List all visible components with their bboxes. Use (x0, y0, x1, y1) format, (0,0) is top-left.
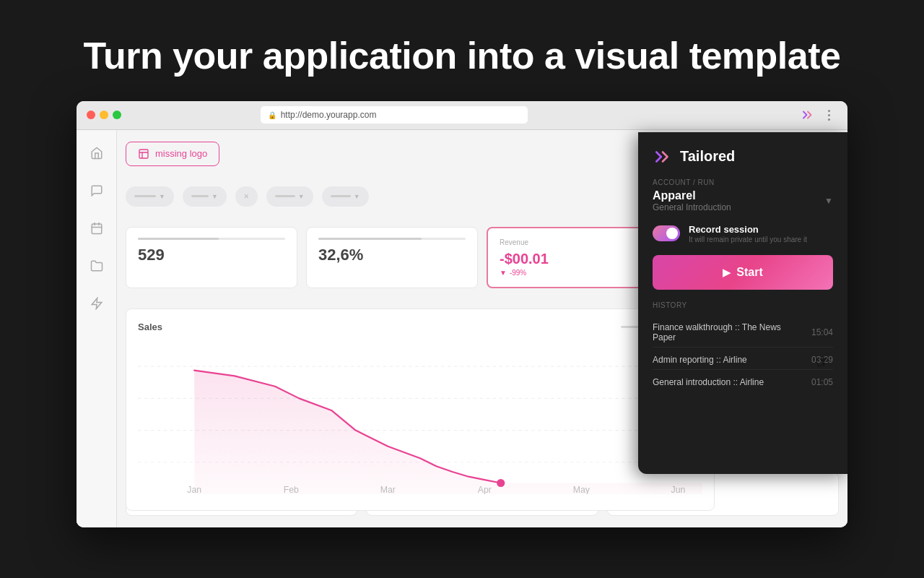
traffic-light-red[interactable] (87, 111, 95, 119)
sidebar-item-calendar[interactable] (85, 217, 108, 240)
history-item-1[interactable]: Finance walkthrough :: The News Paper 15… (653, 318, 833, 348)
record-section: Record session It will remain private un… (653, 224, 833, 243)
account-sub: General Introduction (653, 202, 731, 212)
address-text: http://demo.yourapp.com (281, 110, 377, 120)
traffic-lights (87, 111, 121, 119)
app-sidebar (77, 130, 117, 527)
sidebar-item-home[interactable] (85, 142, 108, 165)
filter-4[interactable]: ▼ (322, 186, 369, 207)
tailored-panel: Tailored ACCOUNT / RUN Apparel General I… (638, 132, 847, 474)
svg-rect-5 (139, 150, 148, 158)
svg-text:Jan: Jan (187, 485, 201, 494)
browser-chrome: 🔒 http://demo.yourapp.com (77, 101, 847, 130)
cursor-hand: ☞ (814, 351, 832, 372)
missing-logo-label: missing logo (155, 148, 207, 159)
filter-close[interactable]: × (235, 186, 258, 207)
history-time-3: 01:05 (811, 377, 833, 387)
account-section: ACCOUNT / RUN Apparel General Introducti… (653, 178, 833, 212)
record-label: Record session (689, 224, 833, 235)
tailored-browser-icon[interactable] (800, 107, 816, 123)
history-item-3[interactable]: General introduction :: Airline 01:05 (653, 373, 833, 392)
browser-actions (800, 107, 837, 123)
svg-text:Mar: Mar (380, 485, 396, 494)
stat-card-revenue: Revenue -$00.01 ▼ -99% (487, 227, 658, 288)
stat-bar-top-2 (318, 238, 466, 240)
sidebar-item-folder[interactable] (85, 254, 108, 277)
browser-window: 🔒 http://demo.yourapp.com (77, 101, 847, 527)
stat-bar-top (138, 238, 285, 240)
sidebar-item-lightning[interactable] (85, 292, 108, 315)
browser-menu-icon[interactable] (821, 107, 837, 123)
stat-value-2: 32,6% (318, 246, 466, 264)
history-section: HISTORY Finance walkthrough :: The News … (653, 301, 833, 392)
play-icon: ▶ (723, 267, 731, 278)
svg-point-11 (497, 479, 505, 487)
svg-text:Feb: Feb (284, 485, 299, 494)
svg-rect-0 (92, 224, 102, 234)
tailored-title: Tailored (680, 148, 735, 165)
history-name-1: Finance walkthrough :: The News Paper (653, 322, 806, 342)
chart-header: Sales 6 Months ▼ (138, 321, 702, 334)
history-time-1: 15:04 (811, 327, 833, 337)
chevron-down-icon: ▼ (824, 196, 833, 206)
traffic-light-yellow[interactable] (100, 111, 108, 119)
record-toggle[interactable] (653, 225, 680, 241)
svg-marker-4 (92, 298, 102, 309)
sales-chart-svg: Jan Feb Mar Apr May Jun (138, 342, 702, 494)
stat-card-2: 32,6% (306, 227, 478, 288)
svg-text:Jun: Jun (671, 485, 686, 494)
lock-icon: 🔒 (268, 111, 276, 119)
account-label: ACCOUNT / RUN (653, 178, 833, 186)
stat-change-revenue: ▼ -99% (500, 269, 645, 277)
account-row[interactable]: Apparel General Introduction ▼ (653, 189, 833, 212)
stat-label-revenue: Revenue (500, 238, 645, 246)
sidebar-item-chat[interactable] (85, 179, 108, 202)
traffic-light-green[interactable] (113, 111, 121, 119)
chart-section: Sales 6 Months ▼ (126, 309, 715, 511)
start-label: Start (736, 266, 762, 279)
chart-title: Sales (138, 322, 162, 332)
record-sublabel: It will remain private until you share i… (689, 236, 833, 243)
toggle-thumb (666, 228, 678, 239)
history-name-3: General introduction :: Airline (653, 377, 806, 387)
toggle-track (653, 225, 680, 241)
svg-text:Apr: Apr (478, 485, 492, 494)
missing-logo-badge[interactable]: missing logo (126, 142, 219, 166)
history-item-2[interactable]: Admin reporting :: Airline 03:29 (653, 350, 833, 370)
svg-text:May: May (573, 485, 590, 494)
account-name: Apparel (653, 189, 731, 202)
history-name-2: Admin reporting :: Airline (653, 355, 806, 365)
history-label: HISTORY (653, 301, 833, 309)
filter-1[interactable]: ▼ (126, 186, 174, 207)
address-bar[interactable]: 🔒 http://demo.yourapp.com (261, 106, 528, 124)
stat-value-1: 529 (138, 246, 285, 264)
filter-3[interactable]: ▼ (266, 186, 313, 207)
stat-card-1: 529 (126, 227, 297, 288)
record-info: Record session It will remain private un… (689, 224, 833, 243)
filter-2[interactable]: ▼ (183, 186, 227, 207)
stat-value-revenue: -$00.01 (500, 251, 645, 267)
tailored-header: Tailored (653, 147, 833, 167)
start-button[interactable]: ▶ Start (653, 255, 833, 290)
hero-heading: Turn your application into a visual temp… (0, 0, 924, 101)
tailored-logo (653, 147, 673, 167)
